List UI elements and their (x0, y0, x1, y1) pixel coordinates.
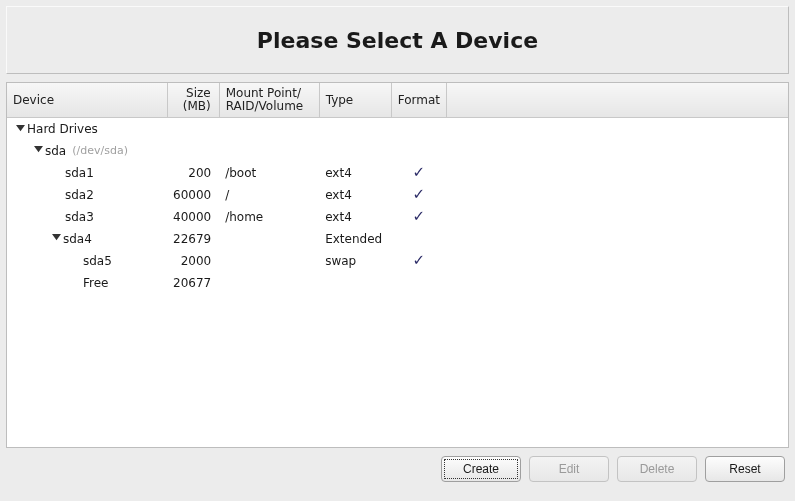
cell-mount: /boot (219, 162, 319, 184)
cell-type: ext4 (319, 162, 391, 184)
column-header-device-label: Device (13, 93, 54, 107)
table-row[interactable]: Free20677 (7, 272, 788, 294)
device-table: Device Size (MB) Mount Point/ RAID/Volum… (7, 83, 788, 294)
cell-size (167, 118, 219, 140)
cell-type (319, 272, 391, 294)
cell-format: ✓ (391, 162, 446, 184)
cell-type: ext4 (319, 184, 391, 206)
table-row[interactable]: sda340000/homeext4✓ (7, 206, 788, 228)
cell-size: 22679 (167, 228, 219, 250)
checkmark-icon: ✓ (413, 207, 426, 225)
window: Please Select A Device Device Size (MB) … (0, 0, 795, 501)
cell-mount (219, 118, 319, 140)
expander-icon[interactable] (33, 146, 43, 156)
cell-type (319, 118, 391, 140)
cell-type: Extended (319, 228, 391, 250)
table-row[interactable]: Hard Drives (7, 118, 788, 140)
cell-format: ✓ (391, 184, 446, 206)
cell-type (319, 140, 391, 162)
device-path: (/dev/sda) (72, 144, 128, 157)
cell-mount: / (219, 184, 319, 206)
device-label: sda4 (63, 232, 92, 246)
table-row[interactable]: sda1200/bootext4✓ (7, 162, 788, 184)
title-panel: Please Select A Device (6, 6, 789, 74)
svg-marker-2 (52, 234, 61, 240)
cell-format (391, 118, 446, 140)
column-header-size[interactable]: Size (MB) (167, 83, 219, 118)
page-title: Please Select A Device (257, 28, 538, 53)
device-label: sda2 (65, 188, 94, 202)
cell-mount: /home (219, 206, 319, 228)
checkmark-icon: ✓ (413, 251, 426, 269)
checkmark-icon: ✓ (413, 163, 426, 181)
table-row[interactable]: sda422679Extended (7, 228, 788, 250)
cell-format (391, 140, 446, 162)
table-row[interactable]: sda52000swap✓ (7, 250, 788, 272)
device-label: sda1 (65, 166, 94, 180)
expander-icon[interactable] (51, 234, 61, 244)
column-header-type[interactable]: Type (319, 83, 391, 118)
device-label: sda3 (65, 210, 94, 224)
delete-button[interactable]: Delete (617, 456, 697, 482)
cell-size: 200 (167, 162, 219, 184)
cell-mount (219, 228, 319, 250)
table-row[interactable]: sda(/dev/sda) (7, 140, 788, 162)
device-label: Free (83, 276, 108, 290)
column-header-format[interactable]: Format (391, 83, 446, 118)
cell-size: 2000 (167, 250, 219, 272)
device-label: Hard Drives (27, 122, 98, 136)
device-label: sda (45, 144, 66, 158)
cell-size: 60000 (167, 184, 219, 206)
cell-mount (219, 250, 319, 272)
column-header-type-label: Type (326, 93, 354, 107)
device-label: sda5 (83, 254, 112, 268)
cell-size (167, 140, 219, 162)
create-button[interactable]: Create (441, 456, 521, 482)
device-table-panel: Device Size (MB) Mount Point/ RAID/Volum… (6, 82, 789, 448)
svg-marker-0 (16, 125, 25, 131)
edit-button[interactable]: Edit (529, 456, 609, 482)
cell-format (391, 272, 446, 294)
button-row: Create Edit Delete Reset (6, 456, 789, 482)
column-header-spacer (446, 83, 788, 118)
column-header-format-label: Format (398, 93, 440, 107)
checkmark-icon: ✓ (413, 185, 426, 203)
cell-type: ext4 (319, 206, 391, 228)
cell-mount (219, 272, 319, 294)
column-header-size-label: Size (MB) (183, 86, 211, 113)
column-header-mount[interactable]: Mount Point/ RAID/Volume (219, 83, 319, 118)
cell-size: 40000 (167, 206, 219, 228)
column-header-mount-label: Mount Point/ RAID/Volume (226, 86, 304, 113)
expander-icon[interactable] (15, 124, 25, 134)
cell-type: swap (319, 250, 391, 272)
svg-marker-1 (34, 146, 43, 152)
cell-format (391, 228, 446, 250)
cell-size: 20677 (167, 272, 219, 294)
cell-format: ✓ (391, 206, 446, 228)
cell-mount (219, 140, 319, 162)
table-row[interactable]: sda260000/ext4✓ (7, 184, 788, 206)
column-header-device[interactable]: Device (7, 83, 167, 118)
cell-format: ✓ (391, 250, 446, 272)
reset-button[interactable]: Reset (705, 456, 785, 482)
